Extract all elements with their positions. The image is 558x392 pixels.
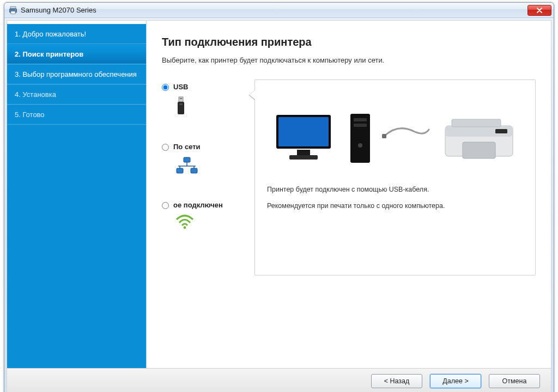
option-wireless[interactable]: ое подключен — [162, 201, 254, 229]
page-title: Тип подключения принтера — [162, 36, 536, 48]
wifi-icon — [175, 214, 195, 229]
radio-usb[interactable] — [162, 84, 169, 91]
radio-wireless[interactable] — [162, 202, 169, 209]
svg-rect-22 — [354, 118, 367, 121]
main-panel: Тип подключения принтера Выберите, как п… — [147, 21, 551, 368]
sidebar-step-search-printers[interactable]: 2. Поиск принтеров — [7, 44, 146, 64]
sidebar-step-welcome[interactable]: 1. Добро пожаловать! — [7, 24, 146, 44]
sidebar-step-label: 4. Установка — [15, 90, 56, 99]
sidebar-step-label: 3. Выбор программного обеспечения — [15, 70, 137, 78]
svg-point-16 — [184, 226, 186, 229]
svg-rect-28 — [452, 119, 501, 127]
option-network[interactable]: По сети — [162, 143, 254, 174]
svg-rect-8 — [179, 103, 183, 105]
back-button[interactable]: < Назад — [371, 374, 422, 388]
svg-rect-6 — [181, 98, 182, 99]
monitor-icon — [273, 112, 338, 166]
svg-rect-2 — [11, 11, 15, 14]
option-label: По сети — [173, 143, 201, 151]
printer-icon — [9, 6, 17, 15]
sidebar-step-install[interactable]: 4. Установка — [7, 84, 146, 105]
close-button[interactable] — [527, 5, 551, 16]
detail-line-1: Принтер будет подключен с помощью USB-ка… — [267, 186, 523, 193]
svg-rect-5 — [180, 98, 181, 99]
svg-point-24 — [358, 143, 362, 148]
svg-rect-20 — [289, 155, 318, 160]
detail-illustration — [267, 95, 523, 166]
svg-rect-29 — [463, 142, 495, 158]
svg-rect-18 — [278, 117, 329, 146]
detail-panel: Принтер будет подключен с помощью USB-ка… — [254, 79, 536, 275]
cable-icon — [382, 120, 431, 142]
svg-rect-19 — [297, 150, 310, 155]
detail-text: Принтер будет подключен с помощью USB-ка… — [267, 186, 523, 210]
network-nodes-icon — [175, 156, 199, 175]
option-label: USB — [173, 83, 188, 91]
close-icon — [536, 8, 543, 13]
laser-printer-icon — [441, 112, 517, 166]
pc-tower-icon — [348, 112, 372, 166]
option-label: ое подключен — [173, 201, 223, 210]
sidebar-step-label: 5. Готово — [15, 111, 45, 119]
next-button[interactable]: Далее > — [430, 374, 481, 388]
svg-point-3 — [15, 9, 16, 10]
choice-area: USB — [162, 79, 536, 275]
detail-line-2: Рекомендуется при печати только с одного… — [267, 202, 523, 210]
sidebar-step-done[interactable]: 5. Готово — [7, 105, 146, 125]
svg-rect-0 — [10, 7, 16, 9]
svg-rect-23 — [354, 124, 367, 127]
svg-rect-25 — [382, 134, 386, 138]
connection-options: USB — [162, 79, 254, 275]
window-title: Samsung M2070 Series — [21, 6, 527, 14]
sidebar-step-label: 2. Поиск принтеров — [15, 50, 83, 58]
svg-rect-9 — [184, 157, 190, 162]
wizard-sidebar: 1. Добро пожаловать! 2. Поиск принтеров … — [7, 21, 147, 368]
window-controls — [527, 5, 551, 16]
titlebar: Samsung M2070 Series — [4, 3, 554, 18]
page-subtitle: Выберите, как принтер будет подключаться… — [162, 56, 536, 64]
client-area: 1. Добро пожаловать! 2. Поиск принтеров … — [7, 20, 551, 392]
svg-rect-15 — [191, 168, 197, 173]
usb-stick-icon — [175, 96, 187, 117]
radio-network[interactable] — [162, 144, 169, 151]
cancel-button[interactable]: Отмена — [489, 374, 540, 388]
sidebar-step-software[interactable]: 3. Выбор программного обеспечения — [7, 64, 146, 84]
installer-window: Samsung M2070 Series 1. Добро пожаловать… — [4, 2, 554, 392]
svg-rect-14 — [177, 168, 183, 173]
wizard-footer: < Назад Далее > Отмена — [7, 368, 551, 392]
content-row: 1. Добро пожаловать! 2. Поиск принтеров … — [7, 21, 551, 368]
svg-rect-30 — [495, 129, 507, 133]
sidebar-step-label: 1. Добро пожаловать! — [15, 30, 86, 38]
svg-rect-4 — [179, 97, 183, 102]
option-usb[interactable]: USB — [162, 83, 254, 117]
